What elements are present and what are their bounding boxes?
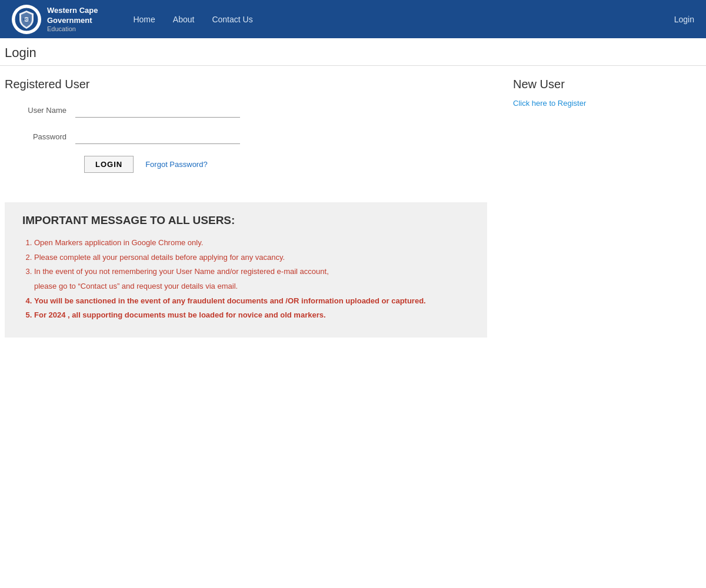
main-nav: Home About Contact Us xyxy=(133,15,674,24)
registered-user-panel: Registered User User Name Password LOGIN… xyxy=(5,78,489,338)
username-input[interactable] xyxy=(75,103,240,118)
page-title: Login xyxy=(5,45,701,61)
important-message-list: Open Markers application in Google Chrom… xyxy=(22,236,469,323)
navbar-login-link[interactable]: Login xyxy=(674,15,694,24)
login-button[interactable]: LOGIN xyxy=(84,156,134,173)
logo: WCG xyxy=(12,5,41,34)
logo-icon: WCG xyxy=(14,7,39,32)
important-message-title: IMPORTANT MESSAGE TO ALL USERS: xyxy=(22,214,469,227)
list-item: Open Markers application in Google Chrom… xyxy=(34,236,469,250)
register-link[interactable]: Click here to Register xyxy=(513,99,586,108)
form-actions: LOGIN Forgot Password? xyxy=(84,156,489,173)
org-subtitle: Education xyxy=(47,25,98,32)
list-item: You will be sanctioned in the event of a… xyxy=(34,294,469,309)
registered-user-heading: Registered User xyxy=(5,78,489,91)
password-row: Password xyxy=(5,129,489,144)
password-input[interactable] xyxy=(75,129,240,144)
svg-text:WCG: WCG xyxy=(23,18,30,21)
important-message-box: IMPORTANT MESSAGE TO ALL USERS: Open Mar… xyxy=(5,202,487,338)
list-item: For 2024 , all supporting documents must… xyxy=(34,308,469,323)
list-item: In the event of you not remembering your… xyxy=(34,265,469,293)
nav-home[interactable]: Home xyxy=(133,15,155,24)
forgot-password-link[interactable]: Forgot Password? xyxy=(145,160,208,169)
new-user-panel: New User Click here to Register xyxy=(501,78,701,338)
nav-contact[interactable]: Contact Us xyxy=(212,15,252,24)
password-label: Password xyxy=(5,132,75,141)
brand: WCG Western Cape Government Education xyxy=(12,5,98,34)
nav-about[interactable]: About xyxy=(173,15,195,24)
page-title-bar: Login xyxy=(0,38,706,66)
list-item: Please complete all your personal detail… xyxy=(34,250,469,265)
navbar: WCG Western Cape Government Education Ho… xyxy=(0,0,706,38)
org-name: Western Cape Government xyxy=(47,6,98,26)
new-user-heading: New User xyxy=(513,78,701,91)
username-row: User Name xyxy=(5,103,489,118)
main-content: Registered User User Name Password LOGIN… xyxy=(0,66,706,349)
username-label: User Name xyxy=(5,106,75,115)
